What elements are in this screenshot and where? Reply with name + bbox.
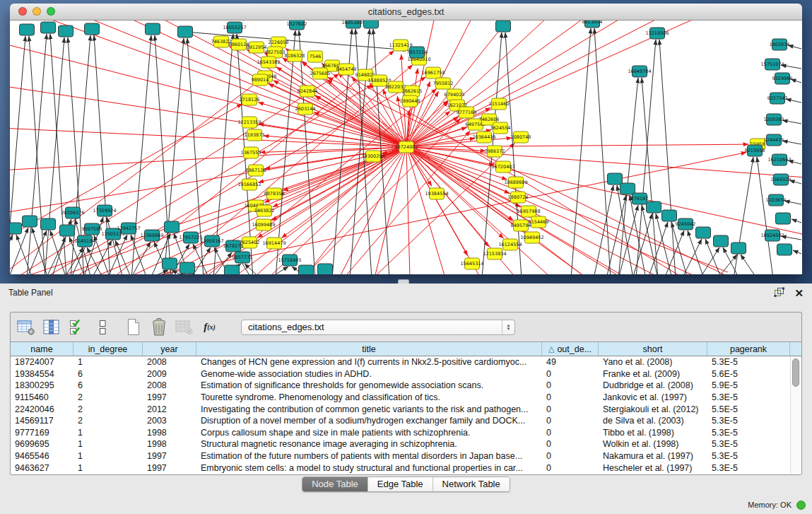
zoom-window-button[interactable] [47,7,55,16]
graph-edge[interactable] [786,99,801,103]
graph-node[interactable] [23,216,37,227]
graph-node[interactable] [180,262,195,274]
graph-node[interactable] [60,225,75,236]
graph-edge[interactable] [782,120,801,124]
graph-edge[interactable] [784,201,801,204]
clear-selection-icon[interactable] [93,317,112,337]
graph-node[interactable] [163,258,177,269]
graph-edge[interactable] [269,267,288,274]
graph-node-label: 16053809 [341,21,365,25]
table-cell: 2008 [143,357,196,367]
graph-node[interactable] [41,218,56,230]
graph-node[interactable] [318,264,333,274]
graph-edge[interactable] [406,147,728,272]
show-columns-icon[interactable] [42,317,61,337]
table-row[interactable]: 1938455462009Genome-wide association stu… [11,368,801,380]
graph-edge[interactable] [406,147,489,247]
vertical-scrollbar[interactable] [790,356,801,474]
graph-node[interactable] [662,210,677,221]
graph-node[interactable] [178,26,193,37]
network-canvas[interactable]: 7463822886012489129542226058982750316543… [10,21,802,274]
scrollbar-thumb[interactable] [792,358,799,387]
network-window-titlebar[interactable]: citations_edges.txt [10,4,802,21]
graph-node[interactable] [696,227,711,238]
graph-edge[interactable] [193,244,209,274]
graph-edge[interactable] [259,147,406,182]
graph-edge[interactable] [741,255,757,274]
graph-edge[interactable] [406,21,735,147]
column-header-name[interactable]: name [11,342,73,356]
graph-edge[interactable] [10,228,28,274]
column-header-title[interactable]: title [196,342,542,356]
graph-edge[interactable] [700,247,719,274]
table-row[interactable]: 1456911722003Disruption of a novel membe… [11,415,801,427]
function-builder-icon[interactable]: f(x) [200,317,219,337]
graph-edge[interactable] [717,255,737,274]
graph-node[interactable] [10,223,22,234]
graph-edge[interactable] [788,45,801,49]
network-table-select[interactable]: citations_edges.txt ▲▼ [241,320,515,335]
table-cell: 0 [542,369,599,379]
tab-network-table[interactable]: Network Table [433,477,510,491]
graph-edge[interactable] [406,147,410,274]
graph-node[interactable] [59,25,73,37]
graph-edge[interactable] [283,147,406,191]
table-row[interactable]: 977716911998Corpus callosum shape and si… [11,427,801,439]
graph-node[interactable] [146,23,160,35]
graph-edge[interactable] [642,78,658,274]
citation-graph[interactable]: 7463822886012489129542226058982750316543… [10,21,802,274]
graph-node[interactable] [620,183,635,194]
column-header-label: year [160,344,177,354]
graph-node[interactable] [85,23,100,35]
graph-node[interactable] [165,221,180,233]
graph-edge[interactable] [406,147,802,177]
table-row[interactable]: 1830029562008Estimation of significance … [11,380,801,392]
graph-node[interactable] [714,235,729,247]
tab-edge-table[interactable]: Edge Table [368,477,433,491]
column-header-out_de[interactable]: △out_de... [542,342,599,356]
graph-node[interactable] [647,201,661,213]
graph-node[interactable] [225,265,240,274]
graph-node[interactable] [299,265,314,274]
column-header-year[interactable]: year [143,342,196,356]
graph-edge[interactable] [782,141,801,144]
table-row[interactable]: 911546021997Tourette syndrome. Phenomeno… [11,392,801,404]
table-row[interactable]: 2242004622012Investigating the contribut… [11,403,801,415]
column-header-short[interactable]: short [599,342,707,356]
graph-node[interactable] [364,21,379,28]
graph-node[interactable] [20,24,35,35]
graph-edge[interactable] [734,157,753,274]
table-row[interactable]: 1872400712008Changes of HCN gene express… [11,356,801,368]
graph-node[interactable] [776,213,791,224]
table-cell: 5.3E-5 [707,416,790,426]
delete-icon[interactable] [149,317,168,337]
graph-node[interactable] [608,173,623,185]
graph-node[interactable] [496,21,511,32]
table-row[interactable]: 969969511998Structural magnetic resonanc… [11,438,801,450]
graph-edge[interactable] [793,250,801,254]
minimize-window-button[interactable] [33,7,41,16]
float-window-icon[interactable] [774,287,784,299]
table-row[interactable]: 946362711997Embryonic stem cells: a mode… [11,462,801,474]
graph-node-label: 13958167 [200,238,223,244]
new-file-icon[interactable] [124,317,143,337]
graph-edge[interactable] [664,230,684,274]
graph-node[interactable] [731,243,746,254]
tab-node-table[interactable]: Node Table [302,477,368,491]
graph-edge[interactable] [792,219,801,223]
select-all-icon[interactable] [67,317,86,337]
graph-edge[interactable] [789,180,801,184]
graph-node[interactable] [777,244,792,255]
graph-edge[interactable] [45,37,64,274]
graph-edge[interactable] [505,33,522,274]
close-icon[interactable]: ✕ [794,288,804,298]
close-window-button[interactable] [18,7,27,16]
table-settings-icon[interactable] [16,317,35,337]
table-row[interactable]: 946554611997Estimation of the future num… [11,450,801,462]
graph-node[interactable] [41,22,56,33]
column-header-in_degree[interactable]: in_degree [73,342,143,356]
graph-node-label: 1493822 [254,208,275,214]
column-header-pagerank[interactable]: pagerank [707,342,790,356]
memory-status-icon[interactable] [796,501,806,510]
table-cell: Yano et al. (2008) [599,357,707,367]
